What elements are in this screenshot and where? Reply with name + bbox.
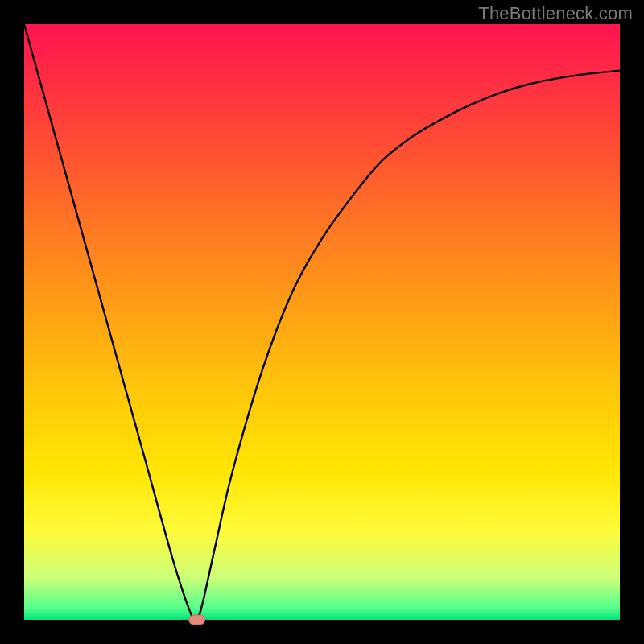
plot-area bbox=[24, 24, 620, 620]
bottleneck-curve-path bbox=[24, 24, 620, 621]
chart-frame: TheBottleneck.com bbox=[0, 0, 644, 644]
watermark-text: TheBottleneck.com bbox=[478, 3, 633, 24]
curve-svg bbox=[24, 24, 620, 620]
optimal-point-marker bbox=[189, 615, 205, 625]
